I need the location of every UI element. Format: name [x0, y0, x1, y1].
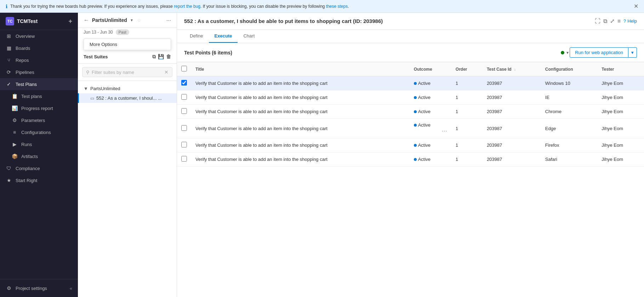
- sidebar-item-progress-report[interactable]: 📊 Progress report: [0, 102, 78, 114]
- outcome-label: Active: [418, 122, 431, 128]
- sidebar-item-runs[interactable]: ▶ Runs: [0, 138, 78, 150]
- row-configuration: IE: [541, 91, 598, 105]
- close-banner-btn[interactable]: ✕: [634, 3, 638, 10]
- split-view-btn[interactable]: ⧉: [603, 18, 607, 24]
- tree-parent-label: PartsUnlimited: [90, 86, 120, 91]
- row-configuration: Chrome: [541, 105, 598, 119]
- project-dropdown-btn[interactable]: ▾: [131, 18, 133, 23]
- sidebar-item-parameters[interactable]: ⚙ Parameters: [0, 114, 78, 126]
- th-configuration: Configuration: [541, 62, 598, 76]
- row-outcome: Active: [410, 105, 451, 119]
- run-for-web-btn[interactable]: Run for web application: [570, 47, 628, 58]
- progress-report-icon: 📊: [11, 105, 18, 111]
- row-configuration: Edge: [541, 119, 598, 138]
- tree-child-icon: ▭: [90, 96, 94, 101]
- outcome-label: Active: [418, 81, 431, 86]
- run-btn-dropdown[interactable]: ▾: [628, 47, 637, 58]
- row-checkbox[interactable]: [181, 94, 187, 100]
- sidebar-item-label: Progress report: [21, 106, 53, 111]
- tree-parent-node[interactable]: ▼ PartsUnlimited: [78, 84, 177, 93]
- sidebar-item-label: Compliance: [16, 166, 40, 171]
- help-icon: ?: [623, 18, 626, 24]
- sidebar-item-overview[interactable]: ⊞ Overview: [0, 30, 78, 42]
- tree-child-node[interactable]: ▭ 552 : As a customer, I shoul... ...: [78, 93, 177, 103]
- th-order: Order: [451, 62, 483, 76]
- row-checkbox-cell: [177, 152, 191, 167]
- select-all-checkbox[interactable]: [181, 66, 187, 71]
- test-suites-title: Test Suites: [84, 54, 108, 59]
- app-logo: TC: [6, 17, 14, 25]
- app-name: TCMTest: [17, 18, 38, 24]
- row-checkbox-cell: [177, 119, 191, 138]
- sidebar-item-boards[interactable]: ▦ Boards: [0, 42, 78, 54]
- run-btn-wrap: ▾ Run for web application ▾: [557, 47, 637, 58]
- expand-btn[interactable]: ⤢: [610, 18, 615, 24]
- row-checkbox[interactable]: [181, 125, 187, 131]
- tabs-bar: Define Execute Chart: [177, 30, 644, 43]
- row-order: 1: [451, 119, 483, 138]
- row-title: Verify that Customer is able to add an i…: [191, 76, 410, 91]
- copy-suite-btn[interactable]: ⧉: [152, 54, 156, 60]
- tab-execute[interactable]: Execute: [209, 30, 238, 43]
- help-link[interactable]: ? Help: [623, 18, 637, 24]
- sidebar-item-repos[interactable]: ⑂ Repos: [0, 54, 78, 66]
- sidebar-item-start-right[interactable]: ★ Start Right: [0, 174, 78, 186]
- row-test-case-id: 203987: [483, 91, 541, 105]
- table-row: Verify that Customer is able to add an i…: [177, 105, 644, 119]
- filter-icon: ⚲: [86, 70, 90, 75]
- row-more-btn[interactable]: ⋯: [441, 128, 447, 134]
- row-outcome: Active: [410, 152, 451, 167]
- sidebar-item-compliance[interactable]: 🛡 Compliance: [0, 162, 78, 174]
- date-row: Jun 13 - Jun 30 Past: [78, 28, 177, 39]
- back-button[interactable]: ←: [84, 17, 89, 23]
- tab-define[interactable]: Define: [184, 30, 209, 43]
- sidebar-item-label: Repos: [16, 58, 29, 63]
- sidebar-item-project-settings[interactable]: ⚙ Project settings «: [0, 282, 78, 294]
- row-checkbox[interactable]: [181, 80, 187, 86]
- table-row: Verify that Customer is able to add an i…: [177, 91, 644, 105]
- test-points-title: Test Points (6 items): [184, 50, 232, 56]
- filter-clear-btn[interactable]: ✕: [164, 69, 169, 75]
- sidebar-item-test-plans[interactable]: ✓ Test Plans: [0, 78, 78, 90]
- sidebar-item-artifacts[interactable]: 📦 Artifacts: [0, 150, 78, 162]
- more-options-middle-btn[interactable]: ⋯: [166, 18, 171, 23]
- boards-icon: ▦: [6, 45, 12, 51]
- filter-suites-input[interactable]: [92, 70, 162, 75]
- row-checkbox[interactable]: [181, 142, 187, 147]
- add-project-btn[interactable]: +: [68, 18, 72, 25]
- outcome-label: Active: [418, 142, 431, 148]
- test-plans-icon: ✓: [6, 81, 12, 87]
- sidebar-item-label: Start Right: [16, 178, 37, 183]
- sidebar-bottom: ⚙ Project settings «: [0, 279, 78, 297]
- project-name: PartsUnlimited: [92, 17, 127, 23]
- table-row: Verify that Customer is able to add an i…: [177, 119, 644, 138]
- row-checkbox[interactable]: [181, 108, 187, 114]
- sidebar-item-configurations[interactable]: ≡ Configurations: [0, 126, 78, 138]
- th-outcome: Outcome: [410, 62, 451, 76]
- fullscreen-btn[interactable]: ⛶: [595, 18, 600, 24]
- collapse-sidebar-btn[interactable]: «: [70, 286, 72, 291]
- row-checkbox[interactable]: [181, 156, 187, 162]
- sort-icon: ↓: [514, 68, 516, 71]
- th-tester: Tester: [597, 62, 644, 76]
- artifacts-icon: 📦: [11, 153, 18, 159]
- row-tester: Jihye Eom: [597, 138, 644, 152]
- delete-suite-btn[interactable]: 🗑: [166, 54, 171, 60]
- star-btn[interactable]: ☆: [137, 18, 141, 23]
- report-bug-link[interactable]: report the bug: [174, 4, 200, 9]
- parameters-icon: ⚙: [11, 117, 18, 123]
- row-tester: Jihye Eom: [597, 152, 644, 167]
- row-title: Verify that Customer is able to add an i…: [191, 91, 410, 105]
- sidebar-item-test-plans-sub[interactable]: 📋 Test plans: [0, 90, 78, 102]
- settings-btn[interactable]: ≡: [617, 18, 621, 24]
- sidebar-item-label: Runs: [21, 142, 32, 147]
- th-test-case-id[interactable]: Test Case Id ↓: [483, 62, 541, 76]
- tab-chart[interactable]: Chart: [238, 30, 260, 43]
- test-points-table-container: Title Outcome Order Test Case Id ↓ Confi…: [177, 62, 644, 297]
- row-outcome: Active: [410, 91, 451, 105]
- sidebar-item-pipelines[interactable]: ⟳ Pipelines: [0, 66, 78, 78]
- these-steps-link[interactable]: these steps: [326, 4, 348, 9]
- status-dropdown-btn[interactable]: ▾: [566, 50, 569, 55]
- save-suite-btn[interactable]: 💾: [158, 54, 164, 60]
- sidebar-item-label: Pipelines: [16, 70, 34, 75]
